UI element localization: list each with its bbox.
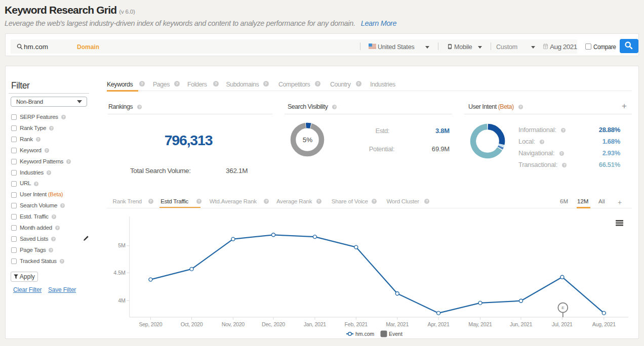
svg-text:4M: 4M [118,297,126,304]
svg-text:Event: Event [389,331,402,337]
svg-text:Nov, 2020: Nov, 2020 [222,321,245,327]
svg-text:4.5M: 4.5M [113,270,126,276]
svg-text:Jun, 2021: Jun, 2021 [510,321,533,327]
svg-text:hm.com: hm.com [355,331,375,337]
svg-text:5M: 5M [118,242,126,248]
svg-text:Apr, 2021: Apr, 2021 [428,321,450,327]
svg-text:Mar, 2021: Mar, 2021 [386,321,409,327]
svg-text:Jan, 2021: Jan, 2021 [304,321,327,327]
svg-text:E: E [561,306,564,310]
svg-text:Oct, 2020: Oct, 2020 [181,321,203,327]
svg-text:Jul, 2021: Jul, 2021 [552,321,573,327]
svg-text:Aug, 2021: Aug, 2021 [592,321,616,327]
svg-text:Sep, 2020: Sep, 2020 [139,321,162,327]
svg-text:Dec, 2020: Dec, 2020 [262,321,285,327]
svg-text:May, 2021: May, 2021 [468,321,492,327]
svg-text:Feb, 2021: Feb, 2021 [345,321,368,327]
